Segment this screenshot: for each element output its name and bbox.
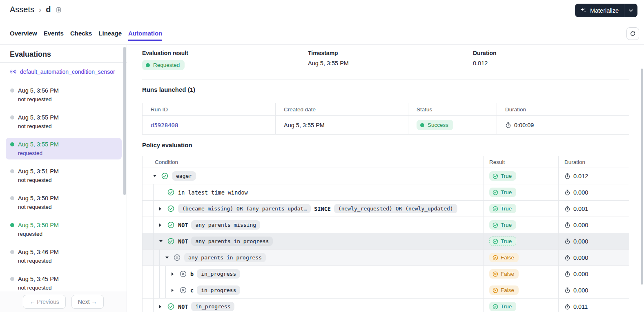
- evaluation-list-item[interactable]: Aug 5, 3:51 PM not requested: [6, 165, 122, 186]
- materialize-dropdown-button[interactable]: [624, 4, 637, 17]
- evaluations-sidebar: Evaluations default_automation_condition…: [0, 45, 127, 312]
- policy-condition-row[interactable]: any parents in progress False 0.000: [143, 250, 629, 266]
- evaluation-status-dot: [10, 169, 14, 173]
- refresh-button[interactable]: [626, 27, 639, 40]
- evaluation-status-dot: [10, 250, 14, 254]
- stopwatch-icon: [564, 206, 570, 212]
- evaluation-status: requested: [18, 231, 118, 237]
- collapse-caret-icon[interactable]: [153, 175, 161, 177]
- condition-tag: in_progress: [191, 302, 234, 311]
- condition-tag: (became missing) OR (any parents updat…: [178, 204, 311, 213]
- evaluation-time: Aug 5, 3:45 PM: [18, 276, 59, 282]
- duration-label: Duration: [473, 50, 629, 56]
- collapse-caret-icon[interactable]: [165, 257, 174, 259]
- next-button[interactable]: Next →: [71, 295, 104, 309]
- condition-tag: any parents missing: [191, 220, 260, 230]
- evaluation-status: not requested: [18, 123, 118, 129]
- tab-bar: OverviewEventsChecksLineageAutomation: [0, 25, 644, 45]
- refresh-icon: [630, 31, 636, 37]
- breadcrumb-separator-icon: ›: [38, 5, 42, 14]
- condition-tag: any parents in progress: [191, 237, 273, 246]
- duration-cell: 0.001: [558, 201, 629, 217]
- evaluation-list-item[interactable]: Aug 5, 3:50 PM requested: [6, 219, 122, 240]
- policy-condition-row[interactable]: eager True 0.012: [143, 168, 629, 184]
- stopwatch-icon: [564, 287, 570, 294]
- condition-cell: in_latest_time_window: [143, 184, 483, 200]
- sensor-icon: [10, 68, 17, 75]
- evaluation-time: Aug 5, 3:56 PM: [18, 87, 59, 94]
- evaluation-result-label: Evaluation result: [142, 50, 308, 56]
- evaluation-list-item[interactable]: Aug 5, 3:56 PM not requested: [6, 84, 122, 106]
- result-column-header: Result: [483, 156, 558, 168]
- expand-caret-icon[interactable]: [172, 289, 180, 292]
- condition-text: b: [190, 271, 194, 277]
- chevron-down-icon: [629, 9, 633, 12]
- tree-indent-guide: [153, 201, 159, 217]
- expand-caret-icon[interactable]: [159, 305, 167, 308]
- tree-indent-guide: [165, 282, 172, 298]
- stopwatch-icon: [564, 254, 570, 261]
- evaluation-list-item[interactable]: Aug 5, 3:55 PM not requested: [6, 111, 122, 133]
- condition-cell: bin_progress: [143, 266, 483, 282]
- run-id-link[interactable]: d5928408: [151, 122, 178, 128]
- materialize-label: Materialize: [590, 7, 619, 14]
- tab-lineage[interactable]: Lineage: [98, 25, 122, 44]
- sensor-link[interactable]: default_automation_condition_sensor: [0, 63, 127, 81]
- evaluation-time: Aug 5, 3:55 PM: [18, 114, 59, 121]
- breadcrumb-assets-link[interactable]: Assets: [10, 5, 34, 14]
- result-check-icon: [492, 239, 498, 244]
- policy-condition-row[interactable]: NOTin_progress True 0.011: [143, 299, 629, 312]
- result-x-icon: [492, 255, 498, 261]
- next-label: Next: [78, 299, 90, 305]
- evaluation-result-block: Evaluation result Requested: [142, 50, 308, 70]
- tab-overview[interactable]: Overview: [10, 25, 37, 44]
- tab-automation[interactable]: Automation: [128, 25, 162, 44]
- evaluation-time: Aug 5, 3:55 PM: [18, 141, 59, 148]
- condition-skip-icon: [174, 254, 180, 261]
- result-badge: True: [489, 204, 516, 213]
- expand-caret-icon[interactable]: [172, 272, 180, 276]
- condition-skip-icon: [180, 287, 187, 294]
- policy-condition-row[interactable]: NOTany parents missing True 0.000: [143, 217, 629, 233]
- condition-tag: (newly_requested) OR (newly_updated): [334, 204, 457, 213]
- duration-cell: 0.000: [558, 266, 629, 282]
- result-badge: True: [489, 171, 516, 181]
- materialize-button[interactable]: Materialize: [575, 4, 624, 17]
- tab-events[interactable]: Events: [44, 25, 64, 44]
- runs-launched-title: Runs launched (1): [142, 86, 629, 93]
- stopwatch-icon: [564, 222, 570, 228]
- evaluation-list-item[interactable]: Aug 5, 3:46 PM not requested: [6, 246, 122, 267]
- evaluation-list-item[interactable]: Aug 5, 3:50 PM not requested: [6, 192, 122, 213]
- arrow-right-icon: →: [91, 299, 97, 305]
- collapse-caret-icon[interactable]: [159, 240, 167, 242]
- tree-indent-guide: [153, 299, 159, 312]
- evaluation-status-dot: [10, 115, 14, 119]
- duration-value: 0.012: [473, 60, 629, 66]
- previous-button[interactable]: ← Previous: [23, 295, 65, 309]
- duration-cell: 0.012: [558, 168, 629, 184]
- run-status-badge: Success: [417, 120, 453, 130]
- evaluation-status-dot: [10, 89, 14, 93]
- evaluation-time: Aug 5, 3:46 PM: [18, 249, 59, 255]
- sidebar-title: Evaluations: [0, 45, 127, 63]
- condition-text: c: [190, 287, 194, 294]
- condition-cell: cin_progress: [143, 282, 483, 298]
- evaluation-status: not requested: [18, 96, 118, 102]
- copy-asset-name-icon[interactable]: [56, 7, 62, 13]
- condition-text: NOT: [178, 303, 188, 310]
- expand-caret-icon[interactable]: [159, 207, 167, 210]
- tab-checks[interactable]: Checks: [70, 25, 92, 44]
- condition-pass-icon: [167, 221, 174, 228]
- condition-tag: any parents in progress: [184, 253, 266, 262]
- policy-condition-row[interactable]: (became missing) OR (any parents updat…S…: [143, 201, 629, 217]
- sidebar-scrollbar[interactable]: [123, 47, 126, 195]
- policy-condition-row[interactable]: cin_progress False 0.000: [143, 282, 629, 299]
- page-scrollbar[interactable]: [641, 69, 643, 285]
- policy-condition-row[interactable]: in_latest_time_window True 0.000: [143, 184, 629, 201]
- evaluation-status: requested: [18, 150, 118, 156]
- duration-cell: 0.000: [558, 250, 629, 266]
- policy-condition-row[interactable]: bin_progress False 0.000: [143, 266, 629, 282]
- expand-caret-icon[interactable]: [159, 223, 167, 227]
- policy-condition-row[interactable]: NOTany parents in progress True 0.000: [143, 233, 629, 250]
- evaluation-list-item[interactable]: Aug 5, 3:55 PM requested: [6, 138, 122, 159]
